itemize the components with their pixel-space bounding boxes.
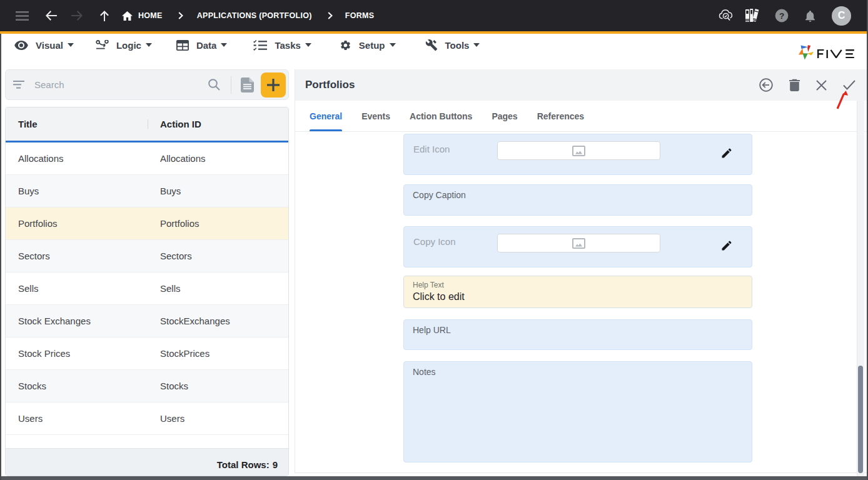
up-arrow-icon[interactable] <box>100 11 109 21</box>
panel-header: Portfolios <box>295 69 868 101</box>
cloud-inspect-icon[interactable] <box>719 9 734 22</box>
breadcrumb-applications[interactable]: APPLICATIONS (PORTFOLIO) <box>197 11 312 20</box>
edit-pencil-button[interactable] <box>720 239 733 252</box>
go-back-circle-button[interactable] <box>759 78 773 92</box>
column-header-title[interactable]: Title <box>6 119 148 129</box>
help-text-value: Click to edit <box>413 291 743 302</box>
panel-title: Portfolios <box>305 79 355 91</box>
search-divider <box>231 76 231 94</box>
chevron-down-icon <box>146 43 152 47</box>
back-arrow-icon[interactable] <box>46 11 57 21</box>
field-copy-icon: Copy Icon <box>403 226 752 268</box>
breadcrumb-separator-icon <box>328 12 333 19</box>
chevron-down-icon <box>473 43 480 47</box>
tools-icon <box>425 39 438 51</box>
field-label: Help Text <box>413 281 743 289</box>
form-detail-panel: Portfolios General <box>295 69 868 473</box>
edit-pencil-button[interactable] <box>720 147 733 159</box>
table-row[interactable]: Allocations Allocations <box>6 142 288 175</box>
eye-icon <box>14 41 28 50</box>
field-label: Help URL <box>413 325 743 335</box>
table-row[interactable]: Stocks Stocks <box>6 370 288 402</box>
table-row[interactable]: Users Users <box>6 402 288 435</box>
notifications-bell-icon[interactable] <box>805 10 815 22</box>
help-icon[interactable]: ? <box>775 9 789 22</box>
gear-icon <box>340 39 351 51</box>
tab-action-buttons[interactable]: Action Buttons <box>410 101 472 131</box>
total-rows-label: Total Rows: <box>217 459 270 470</box>
field-copy-caption[interactable]: Copy Caption <box>403 184 752 216</box>
five-logo <box>799 45 855 60</box>
tab-references[interactable]: References <box>537 101 585 131</box>
library-books-icon[interactable] <box>745 8 762 23</box>
breadcrumb-forms[interactable]: FORMS <box>345 11 375 20</box>
field-label: Copy Caption <box>413 190 743 200</box>
active-tab-underline <box>310 129 342 131</box>
menu-setup[interactable]: Setup <box>340 39 396 51</box>
menu-visual[interactable]: Visual <box>14 40 74 51</box>
table-row-selected[interactable]: Portfolios Portfolios <box>6 208 288 240</box>
breadcrumb-home[interactable]: HOME <box>138 11 163 20</box>
menu-logic[interactable]: Logic <box>96 40 152 51</box>
menu-hamburger-icon[interactable] <box>16 11 29 21</box>
table-row[interactable]: Sells Sells <box>6 272 288 305</box>
field-label: Edit Icon <box>404 144 497 154</box>
field-notes[interactable]: Notes <box>403 361 752 462</box>
forward-arrow-icon[interactable] <box>71 11 83 21</box>
search-input[interactable] <box>34 79 208 90</box>
menu-tools[interactable]: Tools <box>425 39 480 51</box>
vertical-scrollbar-thumb[interactable] <box>858 366 863 473</box>
table-row[interactable]: Buys Buys <box>6 175 288 208</box>
image-placeholder-icon <box>572 238 585 249</box>
table-footer: Total Rows: 9 <box>6 448 288 476</box>
top-navigation-bar: HOME APPLICATIONS (PORTFOLIO) FORMS <box>0 0 868 31</box>
user-avatar[interactable]: C <box>832 6 851 26</box>
field-help-url[interactable]: Help URL <box>403 319 752 350</box>
tab-events[interactable]: Events <box>361 101 390 131</box>
sidebar-search-bar <box>5 69 289 100</box>
app-window: HOME APPLICATIONS (PORTFOLIO) FORMS <box>0 0 868 480</box>
svg-text:?: ? <box>779 11 784 21</box>
delete-button[interactable] <box>789 79 800 91</box>
tab-content: Edit Icon Copy Caption Copy Icon <box>295 132 868 462</box>
detail-tabs: General Events Action Buttons Pages Refe… <box>295 101 868 132</box>
table-header-row: Title Action ID <box>6 108 288 141</box>
add-record-button[interactable] <box>261 72 286 98</box>
save-check-button[interactable] <box>843 80 855 90</box>
five-wordmark <box>817 49 855 58</box>
chevron-down-icon <box>221 43 227 47</box>
chevron-down-icon <box>390 43 396 47</box>
breadcrumb-separator-icon <box>178 12 183 19</box>
plus-icon <box>267 79 280 91</box>
field-label: Notes <box>413 367 743 377</box>
horizontal-scrollbar-thumb[interactable] <box>0 476 867 480</box>
field-edit-icon: Edit Icon <box>403 134 752 175</box>
table-row[interactable]: Stock Prices StockPrices <box>6 338 288 370</box>
tab-pages[interactable]: Pages <box>492 101 517 131</box>
home-icon[interactable] <box>122 11 133 21</box>
image-placeholder-icon <box>572 146 585 156</box>
forms-table: Title Action ID Allocations Allocations … <box>5 107 289 476</box>
menu-tasks[interactable]: Tasks <box>253 40 311 51</box>
five-pinwheel-icon <box>799 45 814 60</box>
field-label: Copy Icon <box>404 236 497 247</box>
filter-icon[interactable] <box>13 81 25 89</box>
main-menu-bar: Visual Logic Data <box>0 34 480 56</box>
flow-icon <box>96 40 109 51</box>
copy-record-button[interactable] <box>241 78 254 92</box>
checklist-icon <box>253 40 267 51</box>
table-row[interactable]: Stock Exchanges StockExchanges <box>6 305 288 338</box>
table-row[interactable]: Sectors Sectors <box>6 240 288 272</box>
annotation-red-arrow <box>835 89 849 111</box>
close-button[interactable] <box>816 80 827 91</box>
edit-icon-input[interactable] <box>497 141 660 160</box>
search-icon[interactable] <box>208 79 220 91</box>
menu-data[interactable]: Data <box>176 40 228 51</box>
tab-general[interactable]: General <box>310 101 342 131</box>
table-icon <box>176 40 189 51</box>
chevron-down-icon <box>68 43 74 47</box>
field-help-text[interactable]: Help Text Click to edit <box>403 276 752 308</box>
window-edge-left <box>0 34 1 480</box>
column-header-action-id[interactable]: Action ID <box>148 119 201 129</box>
copy-icon-input[interactable] <box>497 234 660 252</box>
